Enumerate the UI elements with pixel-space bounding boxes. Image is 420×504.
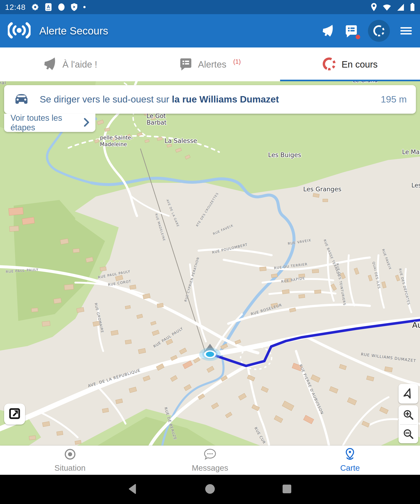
bottom-nav-carte[interactable]: Carte <box>280 446 420 475</box>
car-icon <box>14 93 29 106</box>
android-back-button[interactable] <box>127 483 139 496</box>
alerte-secours-logo-icon <box>8 21 30 41</box>
app-screen: 12:48 A <box>0 0 420 504</box>
progress-spinner-icon <box>322 57 336 72</box>
android-navigation-bar <box>0 475 420 504</box>
zoom-out-button[interactable] <box>399 425 418 444</box>
bottom-nav-label: Messages <box>192 463 228 473</box>
active-tab-underline <box>280 80 420 81</box>
situation-icon <box>64 448 77 462</box>
unread-badge <box>356 35 360 39</box>
cell-signal-icon <box>397 3 404 11</box>
chat-bubble-icon <box>204 448 216 462</box>
map-canvas <box>0 81 420 446</box>
tab-label: À l'aide ! <box>63 59 97 70</box>
bottom-nav-messages[interactable]: Messages <box>140 446 280 475</box>
bottom-nav: Situation Messages Carte <box>0 446 420 475</box>
bottom-nav-label: Situation <box>54 463 86 473</box>
navigation-instruction-card[interactable]: Se diriger vers le sud-ouest sur la rue … <box>4 85 416 114</box>
tab-alertes[interactable]: Alertes(1) <box>140 48 280 81</box>
tab-bar: À l'aide ! Alertes(1) En cours <box>0 48 420 81</box>
map-view[interactable]: Le GrandLa Salessepelle Sainte-Madeleine… <box>0 81 420 446</box>
announce-button[interactable] <box>321 24 335 37</box>
status-bar: 12:48 A <box>0 0 420 14</box>
wifi-icon <box>383 3 391 11</box>
navigation-arrow-icon <box>402 387 415 401</box>
zoom-controls <box>399 405 418 443</box>
shield-play-icon <box>71 3 78 11</box>
translate-app-icon: A <box>45 3 52 11</box>
status-time: 12:48 <box>5 3 26 12</box>
gear-icon <box>31 3 39 11</box>
tab-label: Alertes <box>198 59 226 70</box>
location-status-icon <box>371 3 377 12</box>
tab-en-cours[interactable]: En cours <box>280 48 420 81</box>
tab-a-laide[interactable]: À l'aide ! <box>0 48 140 81</box>
status-dot-icon <box>83 6 86 8</box>
all-steps-button[interactable]: Voir toutes les étapes <box>4 114 96 132</box>
chevron-right-icon <box>84 118 90 128</box>
open-external-icon <box>8 407 21 421</box>
zoom-in-button[interactable] <box>399 405 418 424</box>
messages-button[interactable] <box>345 24 358 37</box>
android-recents-button[interactable] <box>281 483 293 496</box>
open-external-map-button[interactable] <box>4 404 25 425</box>
all-steps-label: Voir toutes les étapes <box>11 113 84 132</box>
menu-button[interactable] <box>400 26 412 36</box>
bottom-nav-label: Carte <box>340 463 360 473</box>
app-bar: Alerte Secours <box>0 14 420 48</box>
instruction-road-name: la rue Williams Dumazet <box>172 94 279 105</box>
map-pin-icon <box>343 448 356 462</box>
android-home-button[interactable] <box>204 483 216 496</box>
instruction-distance: 195 m <box>381 94 407 105</box>
bottom-nav-situation[interactable]: Situation <box>0 446 140 475</box>
ongoing-alert-button[interactable] <box>368 20 390 42</box>
app-title: Alerte Secours <box>39 25 321 37</box>
svg-text:A: A <box>47 4 50 9</box>
tab-badge: (1) <box>233 58 241 65</box>
alert-list-icon <box>179 57 192 72</box>
battery-icon <box>410 3 415 12</box>
tab-label: En cours <box>342 59 378 70</box>
megaphone-icon <box>43 57 57 72</box>
recenter-button[interactable] <box>399 384 418 404</box>
circle-notification-icon <box>58 3 65 11</box>
instruction-text: Se diriger vers le sud-ouest sur la rue … <box>40 94 381 105</box>
